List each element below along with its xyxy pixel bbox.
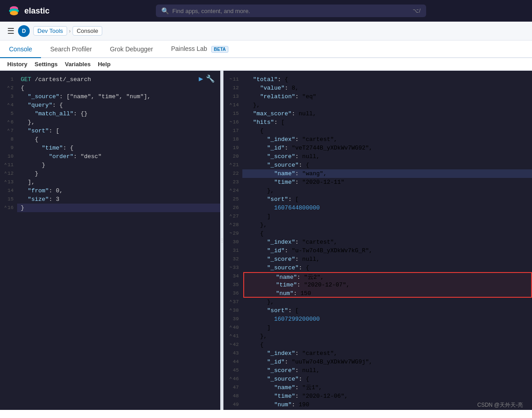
breadcrumb-devtools[interactable]: Dev Tools <box>33 26 67 36</box>
output-line-num: 15 <box>223 109 242 118</box>
beta-badge: BETA <box>211 46 228 53</box>
output-line-num: 43 <box>223 349 242 358</box>
output-line-num: ^38 <box>223 306 242 315</box>
editor-code-line: "_source": ["name", "time", "num"], <box>17 92 220 101</box>
output-line-num: 35 <box>223 281 242 289</box>
output-code-line: { <box>242 229 532 238</box>
output-line-num: 23 <box>223 178 242 186</box>
output-code-line: "name": "云1", <box>242 383 532 392</box>
breadcrumb: Dev Tools › Console <box>33 26 102 36</box>
output-code-line: "_source": { <box>242 375 532 383</box>
menu-icon[interactable]: ☰ <box>7 26 14 36</box>
editor-code-line: } <box>17 169 220 178</box>
output-code-line: "hits": [ <box>242 118 532 127</box>
editor-line-num: ^4 <box>0 101 17 109</box>
output-code-line: ] <box>242 323 532 332</box>
output-code-line: "_source": { <box>242 264 532 272</box>
editor-line-num: ^12 <box>0 169 17 178</box>
editor-line-num: ^13 <box>0 178 17 186</box>
editor-line-num: ^7 <box>0 127 17 135</box>
output-code-line: }, <box>242 409 532 410</box>
output-line-num: ^27 <box>223 212 242 221</box>
breadcrumb-console: Console <box>73 26 102 36</box>
editor-code-line: GET /cartest/_search <box>17 75 220 84</box>
output-code-line: "_id": "uuTw7o4B_yXDkWv7WG9j", <box>242 358 532 366</box>
editor-line-num: 8 <box>0 135 17 144</box>
output-line-num: ^24 <box>223 186 242 195</box>
code-editor[interactable]: 1^23^45^6^78910^11^12^131415^16 GET /car… <box>0 71 220 410</box>
output-line-num: 20 <box>223 152 242 161</box>
output-code-line: "time": "2020-12-07", <box>243 281 532 289</box>
output-line-num: 18 <box>223 135 242 144</box>
output-code-line: "_score": null, <box>242 366 532 375</box>
output-code-line: "value": 8, <box>242 84 532 92</box>
output-code-line: "sort": [ <box>242 195 532 204</box>
editor-code-line: "from": 0, <box>17 186 220 195</box>
global-search[interactable]: 🔍 Find apps, content, and more. ⌥/ <box>156 5 426 17</box>
watermark: CSDN @天外天-亮 <box>477 401 523 409</box>
output-line-num: ~11 <box>223 75 242 84</box>
output-line-num: 13 <box>223 92 242 101</box>
editor-line-num: 1 <box>0 75 17 84</box>
output-code-line: "name": "wang", <box>242 169 532 178</box>
editor-code-line: ], <box>17 178 220 186</box>
output-code-line: }, <box>242 101 532 109</box>
toolbar-help[interactable]: Help <box>98 61 110 68</box>
output-line-num: 47 <box>223 383 242 392</box>
output-code-content: "total": { "value": 8, "relation": "eq" … <box>242 71 532 410</box>
editor-line-num: 3 <box>0 92 17 101</box>
output-code-line: "_index": "cartest", <box>242 238 532 246</box>
wrench-icon[interactable]: 🔧 <box>206 74 215 83</box>
output-line-num: 49 <box>223 400 242 409</box>
output-code-line: 1607299200000 <box>242 315 532 323</box>
output-line-num: ^41 <box>223 332 242 341</box>
output-line-num: ^40 <box>223 323 242 332</box>
output-line-numbers: ~111213^1415~1617181920^212223^242526^27… <box>223 71 242 410</box>
tab-grok-debugger[interactable]: Grok Debugger <box>101 41 162 58</box>
run-button[interactable]: ▶ <box>199 74 203 83</box>
editor-code-content[interactable]: GET /cartest/_search{ "_source": ["name"… <box>17 71 220 410</box>
toolbar-history[interactable]: History <box>7 61 27 68</box>
output-line-num: ~29 <box>223 229 242 238</box>
output-code-line: }, <box>242 332 532 341</box>
search-icon: 🔍 <box>161 7 169 14</box>
search-placeholder: Find apps, content, and more. <box>173 8 250 14</box>
editor-line-num: 5 <box>0 109 17 118</box>
tab-console[interactable]: Console <box>0 41 41 58</box>
output-line-num: ^50 <box>223 409 242 410</box>
editor-code-line: { <box>17 84 220 92</box>
editor-line-num: ^11 <box>0 161 17 169</box>
editor-line-num: 15 <box>0 195 17 204</box>
output-line-num: 48 <box>223 392 242 400</box>
output-line-num: 39 <box>223 315 242 323</box>
output-code-line: "_score": null, <box>242 255 532 264</box>
tab-painless-lab[interactable]: Painless Lab BETA <box>162 41 238 58</box>
output-line-num: ^37 <box>223 298 242 306</box>
editor-code-line: } <box>17 204 220 212</box>
output-code-line: "name": "云2", <box>243 272 532 281</box>
breadcrumb-separator: › <box>69 27 71 34</box>
toolbar-variables[interactable]: Variables <box>65 61 91 68</box>
main-area: ▶ 🔧 1^23^45^6^78910^11^12^131415^16 GET … <box>0 71 532 410</box>
elastic-logo-icon <box>7 4 21 18</box>
editor-toolbar: ▶ 🔧 <box>199 74 215 83</box>
output-code-line: "sort": [ <box>242 306 532 315</box>
output-line-num: 12 <box>223 84 242 92</box>
output-code-line: "_score": null, <box>242 152 532 161</box>
output-code-line: "_source": { <box>242 161 532 169</box>
tab-bar: Console Search Profiler Grok Debugger Pa… <box>0 41 532 58</box>
editor-code-line: "match_all": {} <box>17 109 220 118</box>
breadcrumb-bar: ☰ D Dev Tools › Console <box>0 22 532 41</box>
output-line-num: 25 <box>223 195 242 204</box>
editor-code-line: }, <box>17 118 220 127</box>
output-code-line: ] <box>242 212 532 221</box>
tab-search-profiler[interactable]: Search Profiler <box>41 41 101 58</box>
output-line-num: 26 <box>223 204 242 212</box>
output-line-num: ^14 <box>223 101 242 109</box>
toolbar: History Settings Variables Help <box>0 58 532 71</box>
output-line-num: 34 <box>223 272 242 281</box>
toolbar-settings[interactable]: Settings <box>35 61 58 68</box>
editor-code-line: { <box>17 135 220 144</box>
editor-line-num: ^2 <box>0 84 17 92</box>
editor-line-num: ^6 <box>0 118 17 127</box>
